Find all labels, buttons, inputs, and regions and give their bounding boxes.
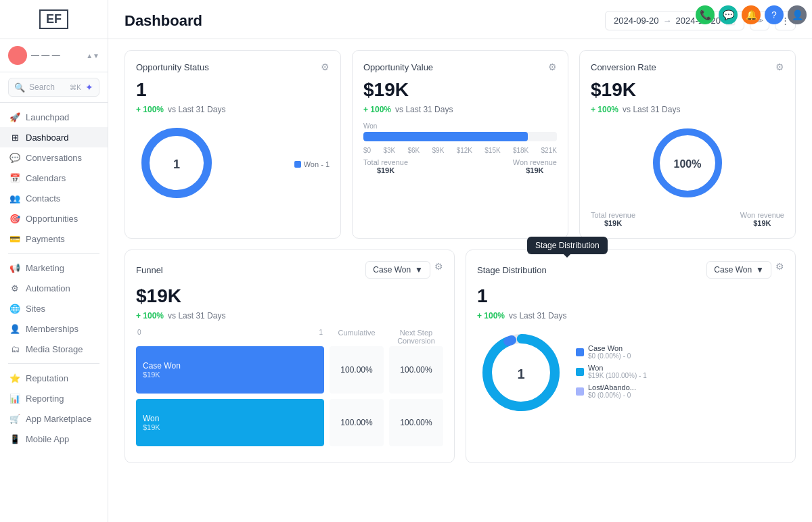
nav-icon: 📅 [9,172,20,183]
date-from: 2024-09-20 [614,16,659,26]
sidebar-item-media-storage[interactable]: 🗂Media Storage [0,339,108,359]
bar-label: $21K [541,147,557,154]
sidebar-item-conversations[interactable]: 💬Conversations [0,147,108,168]
filter-icon[interactable]: ⚙ [434,261,443,279]
sidebar-item-calendars[interactable]: 📅Calendars [0,168,108,188]
legend-color-dot [576,387,584,396]
gauge-container: 100% Total revenue $19K Won revenue $19K [591,122,784,227]
nav-icon: ⭐ [9,373,20,383]
won-value: $19K [513,166,557,174]
sidebar-item-reputation[interactable]: ⭐Reputation [0,368,108,388]
legend-sublabel: $0 (0.00%) - 0 [588,392,636,399]
opportunity-status-badge: + 100% [136,105,164,114]
sidebar-item-marketing[interactable]: 📢Marketing [0,258,108,278]
filter-icon[interactable]: ⚙ [548,62,557,72]
funnel-bar-fill: Case Won $19K [136,346,324,394]
funnel-card: Funnel Case Won ▼ ⚙ $19K + 100% vs Last … [125,250,455,463]
tooltip-arrow [564,254,570,258]
nav-item-label: Media Storage [26,344,83,354]
opportunity-value-badge-label: vs Last 31 Days [395,105,453,114]
search-placeholder: Search [29,82,66,92]
stage-select-label: Case Won [714,265,752,275]
sidebar-item-launchpad[interactable]: 🚀Launchpad [0,107,108,127]
tooltip-text: Stage Distribution [535,241,600,250]
chat-icon[interactable]: 💬 [719,5,738,24]
legend-label: Lost/Abando... [588,383,636,392]
nav-item-label: Calendars [26,173,66,183]
bar-labels: $0$3K$6K$9K$12K$15K$18K$21K [363,147,557,154]
stage-donut-chart: 1 [477,329,565,419]
filter-icon[interactable]: ⚙ [321,62,330,72]
legend-color-dot [576,368,584,376]
filter-icon[interactable]: ⚙ [775,62,784,72]
funnel-col-cumulative: 100.00% [330,346,384,394]
funnel-col-header-row: Cumulative Next StepConversion [330,329,443,345]
top-cards-row: Opportunity Status ⚙ 1 + 100% vs Last 31… [108,39,812,250]
help-icon[interactable]: ? [765,5,784,24]
sidebar-logo: EF [0,0,108,39]
bar-fill [363,132,528,141]
stage-meta: + 100% vs Last 31 Days [477,311,784,321]
sidebar-nav: 🚀Launchpad⊞Dashboard💬Conversations📅Calen… [0,103,108,522]
search-shortcut: ⌘K [70,84,81,91]
sidebar-item-app-marketplace[interactable]: 🛒App Marketplace [0,408,108,429]
sidebar-item-sites[interactable]: 🌐Sites [0,298,108,318]
nav-icon: ⊞ [9,132,20,143]
stage-chart-area: 1 Case Won $0 (0.00%) - 0 Won $19K (100.… [477,329,784,419]
nav-item-label: Dashboard [26,133,69,143]
gauge-summary: Total revenue $19K Won revenue $19K [591,211,784,227]
sidebar-item-reporting[interactable]: 📊Reporting [0,388,108,408]
donut-center-label: 1 [173,157,180,171]
nav-item-label: Opportunities [26,214,78,224]
nav-icon: 📢 [9,262,20,273]
funnel-bar-row: Won $19K 100.00% 100.00% [136,399,443,446]
sidebar-item-automation[interactable]: ⚙Automation [0,278,108,298]
sidebar-item-opportunities[interactable]: 🎯Opportunities [0,208,108,229]
gauge-won-label: Won revenue [740,211,784,219]
page-title: Dashboard [125,12,202,30]
gauge-total-value: $19K [591,219,635,227]
sidebar-item-mobile-app[interactable]: 📱Mobile App [0,429,108,449]
nav-icon: 🎯 [9,213,20,224]
opportunity-value-meta: + 100% vs Last 31 Days [363,105,557,114]
nav-item-label: Memberships [26,324,78,334]
bar-label: $18K [513,147,528,154]
gauge-total-label: Total revenue [591,211,635,219]
stage-select-button[interactable]: Case Won ▼ [706,261,771,279]
sidebar-item-contacts[interactable]: 👥Contacts [0,188,108,208]
funnel-bar-name: Won [143,414,317,423]
nav-item-label: Reputation [26,373,68,383]
funnel-bar-track: Won $19K [136,399,324,446]
donut-container: 1 Won - 1 [136,122,330,206]
funnel-col-cumulative: 100.00% [330,399,384,446]
opportunity-status-title: Opportunity Status [136,62,209,72]
nav-item-label: Launchpad [26,112,69,122]
funnel-select-button[interactable]: Case Won ▼ [365,261,430,279]
opportunity-status-badge-label: vs Last 31 Days [168,105,225,114]
conversion-rate-card: Conversion Rate ⚙ $19K + 100% vs Last 31… [579,50,796,239]
nav-icon: 📱 [9,433,20,444]
nav-icon: 💬 [9,152,20,163]
stage-value: 1 [477,285,784,307]
bell-icon[interactable]: 🔔 [742,5,761,24]
stage-legend: Case Won $0 (0.00%) - 0 Won $19K (100.00… [576,344,647,403]
sidebar-item-memberships[interactable]: 👤Memberships [0,318,108,339]
search-box[interactable]: 🔍 Search ⌘K ✦ [8,78,99,97]
bottom-cards-row: Funnel Case Won ▼ ⚙ $19K + 100% vs Last … [108,250,812,474]
donut-chart: 1 [136,122,217,206]
sidebar-item-payments[interactable]: 💳Payments [0,229,108,249]
opportunity-value-card: Opportunity Value ⚙ $19K + 100% vs Last … [352,50,568,239]
sidebar-item-dashboard[interactable]: ⊞Dashboard [0,127,108,147]
legend-item: Case Won $0 (0.00%) - 0 [576,344,647,360]
bar-summary: Total revenue $19K Won revenue $19K [363,158,557,174]
user-chevron-button[interactable]: ▲▼ [86,52,99,60]
top-nav: 📞💬🔔?👤 [696,5,807,24]
filter-icon[interactable]: ⚙ [775,261,784,279]
phone-icon[interactable]: 📞 [696,5,715,24]
funnel-badge: + 100% [136,311,164,321]
nav-icon: 🛒 [9,413,20,424]
user-icon[interactable]: 👤 [788,5,807,24]
nav-icon: 💳 [9,233,20,244]
legend-label: Case Won [588,344,631,352]
sidebar-user: — — — ▲▼ [0,39,108,72]
